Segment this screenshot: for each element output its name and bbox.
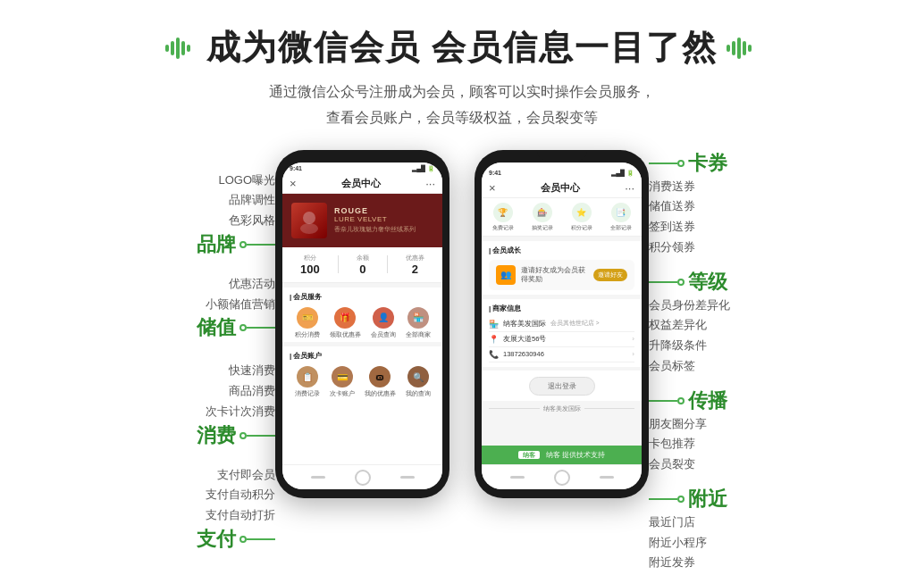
phone2-merchant-arrow-3: › [632,350,634,358]
phone1-account-section: | 会员账户 📋 消费记录 💳 次卡账户 [282,346,442,463]
phone2-tab-1[interactable]: 🏆 免费记录 [483,203,522,232]
left-consume-line [247,435,275,437]
phone1-account-label-2: 次卡账户 [330,390,355,397]
phone2-tab-label-2: 抽奖记录 [532,224,553,232]
phone2-logo-badge: 纳客 [518,451,540,459]
phone2-tab-2[interactable]: 🎰 抽奖记录 [523,203,561,232]
phone2-merchant-addr: 友展大道56号 [503,335,546,344]
right-nearby-small3: 附近发券 [649,553,707,573]
phone1-service-icon-3: 👤 [373,307,394,329]
phone1-icons: ▂▄█ 🔋 [412,165,435,172]
right-group-nearby: 附近 最近门店 附近小程序 附近发券 [649,486,727,573]
phone1-service-4: 🏪 全部商家 [406,307,431,338]
phone1-service-label-3: 会员查询 [371,331,396,338]
phone1-coupon-label: 优惠券 [406,254,424,262]
svg-rect-4 [187,45,190,52]
phone2-screen: 9:41 ▂▄█ 🔋 × 会员中心 ··· 🏆 [482,162,642,489]
right-level-small4: 会员标签 [649,356,730,377]
phone2-time: 9:41 [489,170,501,177]
phone2-tab-label-3: 积分记录 [571,224,592,232]
phone2-sep-left [489,408,540,409]
phone1-points-section: 积分 100 余额 0 优惠券 [282,247,442,283]
phone1-brand-name1: ROUGE [334,206,416,215]
phone2: 9:41 ▂▄█ 🔋 × 会员中心 ··· 🏆 [475,150,649,574]
right-nearby-small2: 附近小程序 [649,533,707,554]
phone2-bottom-btn1 [510,476,525,479]
phone2-merchant-row-2: 📍 友展大道56号 › [489,332,634,347]
phone2-merchant-title: | 商家信息 [489,304,634,313]
phone1-menu[interactable]: ··· [425,177,435,190]
phone1-time: 9:41 [290,165,302,172]
phone2-growth-badge[interactable]: 邀请好友 [593,269,627,281]
phone1-points-label: 积分 [300,254,320,262]
phone1-divider2 [387,255,388,273]
phone2-merchant-section: | 商家信息 🏪 纳客美发国际 会员其他世纪店 > 📍 友展大道56号 › [482,299,642,367]
phone1-service-icon-2: 🎁 [334,307,356,329]
phone1-account-label-3: 我的优惠券 [365,390,396,397]
phone2-tab-4[interactable]: 📑 全部记录 [601,203,640,232]
right-spread-small2: 卡包推荐 [649,434,707,454]
right-card-dot [677,160,685,167]
sound-icon-right [727,36,759,61]
main-title: 成为微信会员 会员信息一目了然 [206,25,718,71]
phone2-merchant-icon-1: 🏪 [489,320,499,329]
phone2-bottom-btn2 [600,476,614,479]
right-level-main: 等级 [688,269,727,296]
left-brand-small3: 色彩风格 [218,211,275,231]
phone2-icons: ▂▄█ 🔋 [611,170,634,177]
phone1-balance-label: 余额 [357,254,369,262]
phone2-tab-icon-1: 🏆 [493,203,513,222]
left-consume-dot [239,432,247,439]
right-level-dot [677,279,685,286]
right-spread-small3: 会员裂变 [649,454,707,475]
right-card-small4: 积分领券 [649,238,695,258]
phone1-statusbar: 9:41 ▂▄█ 🔋 [282,162,442,174]
phone1-account-2: 💳 次卡账户 [330,366,355,397]
phone1-account-title: | 会员账户 [290,351,435,361]
phone2-tab-label-1: 免费记录 [492,224,514,232]
phone2-checkin-btn[interactable]: 退出登录 [529,377,595,396]
right-card-small1: 消费送券 [649,177,695,197]
left-pay-small2: 支付自动积分 [206,485,275,505]
phone2-growth-section: | 会员成长 👥 邀请好友成为会员获得奖励 邀请好友 [482,241,642,295]
phone2-close[interactable]: × [489,181,496,195]
left-group-consume: 快速消费 商品消费 次卡计次消费 消费 [197,361,275,448]
phone1-brand-text: ROUGE LURE VELVET 香奈儿玫瑰魅力奢华丝绒系列 [334,206,416,234]
right-nearby-line [649,498,677,500]
phone2-merchant-name: 纳客美发国际 [503,320,546,329]
right-spread-main: 传播 [688,388,727,414]
left-group-pay: 支付即会员 支付自动积分 支付自动打折 支付 [197,465,275,553]
left-savings-main: 储值 [197,314,236,341]
phone1-service-1: 🎫 积分消费 [295,307,320,338]
left-consume-small2: 商品消费 [206,381,275,402]
phone2-merchant-icon-2: 📍 [489,335,499,344]
phone2-menu[interactable]: ··· [625,181,634,195]
right-card-line [649,162,677,164]
right-nearby-main: 附近 [688,486,727,512]
phone1-brand-avatar [291,203,327,238]
right-group-spread: 传播 朋友圈分享 卡包推荐 会员裂变 [649,388,727,475]
phone1-coupon-val: 2 [406,262,424,276]
right-card-small2: 储值送券 [649,196,695,217]
phone1-account-label-1: 消费记录 [295,390,320,397]
left-savings-line [247,327,275,329]
phones-container: 9:41 ▂▄█ 🔋 × 会员中心 ··· [275,150,649,574]
phone2-separator-logo: 纳客美发国际 [482,401,642,417]
phone1: 9:41 ▂▄█ 🔋 × 会员中心 ··· [275,150,449,574]
sound-icon-left [165,36,197,61]
phone2-tab-3[interactable]: ⭐ 积分记录 [562,203,601,232]
phone2-bottombar [482,464,642,489]
phone1-close[interactable]: × [290,177,297,190]
phone2-tabs: 🏆 免费记录 🎰 抽奖记录 ⭐ 积分记录 [482,198,642,237]
svg-point-10 [303,212,315,224]
phone1-bottombar [282,464,442,489]
right-card-main: 卡券 [688,150,727,177]
right-level-line [649,281,677,283]
phone1-balance-item: 余额 0 [357,254,369,276]
phone1-bottom-btn1 [311,476,325,479]
svg-rect-5 [727,45,730,52]
svg-rect-2 [176,38,180,59]
phone2-statusbar: 9:41 ▂▄█ 🔋 [482,162,642,179]
svg-point-11 [300,223,318,234]
phone2-notch [537,150,586,161]
